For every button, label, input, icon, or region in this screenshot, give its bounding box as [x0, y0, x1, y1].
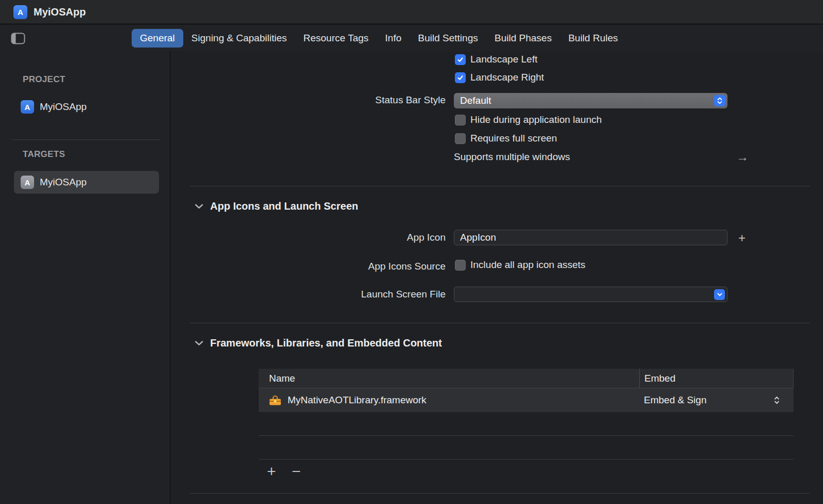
section-divider [189, 323, 810, 323]
tab-resource-tags[interactable]: Resource Tags [295, 29, 376, 48]
landscape-left-label: Landscape Left [470, 54, 537, 65]
project-icon: A [21, 100, 34, 114]
column-header-embed: Embed [639, 369, 793, 388]
landscape-right-label: Landscape Right [470, 72, 544, 83]
launch-screen-file-combo[interactable] [454, 287, 727, 302]
checkbox-row-landscape-right: Landscape Right [455, 72, 544, 83]
chevron-down-icon[interactable] [195, 340, 203, 346]
framework-embed-cell[interactable]: Embed & Sign [639, 395, 794, 406]
embed-value: Embed & Sign [644, 395, 706, 406]
sidebar-item-target-myiosapp[interactable]: A MyiOSApp [14, 171, 159, 194]
section-title: Frameworks, Libraries, and Embedded Cont… [210, 337, 442, 349]
frameworks-section-header: Frameworks, Libraries, and Embedded Cont… [195, 335, 442, 351]
sidebar-header-project: PROJECT [23, 74, 65, 85]
general-settings-pane: Landscape Left Landscape Right Status Ba… [171, 52, 823, 504]
checkbox-row-hide-during-launch: Hide during application launch [455, 114, 602, 125]
app-icon-add-button[interactable]: + [738, 232, 746, 244]
sidebar-header-targets: TARGETS [23, 149, 65, 160]
frameworks-table-header: Name Embed [259, 369, 794, 388]
tab-build-phases[interactable]: Build Phases [486, 29, 560, 48]
supports-multiple-windows-label: Supports multiple windows [454, 151, 570, 163]
popup-updown-icon [714, 95, 725, 106]
tab-build-settings[interactable]: Build Settings [410, 29, 486, 48]
section-divider [189, 186, 810, 186]
tab-info[interactable]: Info [377, 29, 410, 48]
project-sidebar: PROJECT A MyiOSApp TARGETS A MyiOSApp [0, 52, 170, 504]
app-icons-source-label: App Icons Source [171, 261, 446, 272]
requires-full-screen-checkbox[interactable] [455, 133, 466, 144]
window-title: MyiOSApp [34, 6, 86, 18]
sidebar-divider [11, 139, 161, 140]
chevron-down-icon[interactable] [195, 203, 203, 209]
section-title: App Icons and Launch Screen [210, 200, 358, 212]
hide-during-launch-checkbox[interactable] [455, 115, 466, 125]
sidebar-item-label: MyiOSApp [40, 101, 87, 113]
include-all-assets-label: Include all app icon assets [470, 259, 585, 271]
landscape-left-checkbox[interactable] [455, 54, 466, 65]
target-icon: A [21, 176, 34, 189]
toolbox-icon [269, 395, 281, 406]
remove-framework-button[interactable]: − [292, 464, 301, 479]
app-icon-label: App Icon [171, 232, 446, 243]
table-row-framework[interactable]: MyNativeAOTLibrary.framework Embed & Sig… [259, 388, 794, 412]
window-titlebar: A MyiOSApp [0, 0, 823, 24]
tab-signing-capabilities[interactable]: Signing & Capabilities [183, 29, 295, 48]
status-bar-style-value: Default [460, 95, 714, 106]
sidebar-toggle-icon[interactable] [10, 33, 26, 45]
tab-build-rules[interactable]: Build Rules [560, 29, 626, 48]
framework-name-cell: MyNativeAOTLibrary.framework [259, 395, 639, 406]
launch-screen-file-label: Launch Screen File [171, 289, 446, 300]
settings-tabs: General Signing & Capabilities Resource … [132, 25, 626, 52]
checkbox-row-landscape-left: Landscape Left [455, 54, 537, 65]
status-bar-style-label: Status Bar Style [171, 94, 446, 106]
add-framework-button[interactable]: + [267, 464, 276, 479]
include-all-assets-checkbox[interactable] [455, 260, 466, 271]
frameworks-table: Name Embed MyNativeAOTLibrary.framework [259, 369, 794, 460]
checkbox-row-include-all-assets: Include all app icon assets [455, 259, 585, 271]
checkbox-row-requires-full-screen: Requires full screen [455, 133, 557, 144]
status-bar-style-popup[interactable]: Default [454, 93, 727, 108]
combo-chevron-down-icon [714, 289, 725, 300]
hide-during-launch-label: Hide during application launch [470, 114, 602, 125]
landscape-right-checkbox[interactable] [455, 72, 466, 83]
sidebar-item-label: MyiOSApp [40, 177, 87, 188]
app-icon-value: AppIcon [460, 232, 725, 243]
app-icons-section-header: App Icons and Launch Screen [195, 198, 358, 214]
requires-full-screen-label: Requires full screen [470, 133, 557, 144]
project-app-icon: A [13, 5, 27, 19]
xcode-window: A MyiOSApp General Signing & Capabilitie… [0, 0, 823, 504]
editor-tab-bar: General Signing & Capabilities Resource … [0, 25, 823, 52]
empty-table-row [259, 436, 794, 460]
column-header-name: Name [259, 373, 639, 384]
framework-name: MyNativeAOTLibrary.framework [288, 395, 426, 406]
empty-table-row [259, 412, 794, 436]
supports-multiple-windows-arrow-icon[interactable]: → [736, 150, 749, 164]
app-icon-field[interactable]: AppIcon [454, 230, 727, 245]
sidebar-item-project-myiosapp[interactable]: A MyiOSApp [14, 96, 159, 118]
tab-general[interactable]: General [132, 29, 183, 48]
section-divider [189, 493, 810, 494]
embed-updown-icon [773, 396, 780, 405]
